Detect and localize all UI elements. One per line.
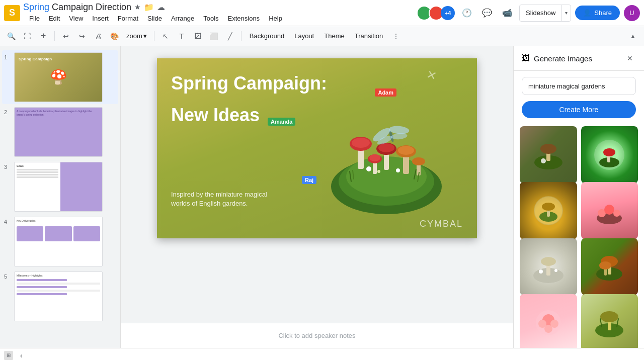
- menu-file[interactable]: File: [25, 13, 44, 24]
- avatar-group: +4: [417, 6, 455, 21]
- slide-description: Inspired by the miniature magicalworlds …: [171, 190, 267, 208]
- generated-image-4[interactable]: [581, 182, 638, 239]
- menu-arrange[interactable]: Arrange: [167, 13, 198, 24]
- undo-button[interactable]: ↩: [59, 29, 73, 43]
- svg-point-14: [398, 146, 414, 155]
- menu-insert[interactable]: Insert: [88, 13, 113, 24]
- doc-title: Spring Campaign Direction: [23, 2, 131, 13]
- top-right-actions: +4 🕐 💬 📹 Slideshow ▾ 👤 Share U: [417, 5, 640, 22]
- more-options-button[interactable]: ⋮: [389, 29, 403, 43]
- slide-thumb-4[interactable]: 4 Key Deliverables: [2, 215, 118, 268]
- svg-point-22: [366, 166, 371, 171]
- canvas-area: Spring Campaign: New Ideas Inspired by t…: [121, 46, 513, 348]
- slide-thumb-1[interactable]: 1 🍄 Spring Campaign: [2, 50, 118, 104]
- collab-tag-adam: Adam: [375, 88, 396, 97]
- separator-1: [54, 31, 55, 41]
- layout-button[interactable]: Layout: [290, 30, 318, 42]
- cloud-icon[interactable]: ☁: [157, 3, 165, 12]
- slide-preview-1: 🍄 Spring Campaign: [14, 52, 103, 102]
- fit-button[interactable]: ⛶: [20, 29, 34, 43]
- menu-view[interactable]: View: [65, 13, 87, 24]
- video-button[interactable]: 📹: [499, 5, 515, 21]
- doc-title-area: Spring Campaign Direction ★ 📁 ☁ File Edi…: [23, 2, 286, 24]
- slide-preview-2: A campaign full of lush, botanical, illu…: [14, 107, 103, 157]
- slide-thumb-2[interactable]: 2 A campaign full of lush, botanical, il…: [2, 105, 118, 159]
- print-button[interactable]: 🖨: [91, 29, 105, 43]
- slide-preview-4: Key Deliverables: [14, 217, 103, 266]
- speaker-notes[interactable]: Click to add speaker notes: [121, 323, 513, 348]
- generated-image-7[interactable]: [520, 294, 577, 348]
- svg-point-8: [369, 154, 380, 161]
- svg-point-24: [377, 170, 380, 173]
- line-tool[interactable]: ╱: [223, 29, 237, 43]
- images-grid: [514, 124, 644, 348]
- menu-help[interactable]: Help: [265, 13, 286, 24]
- adam-label: Adam: [378, 89, 393, 96]
- generated-image-2[interactable]: [581, 126, 638, 184]
- zoom-percent: zoom: [126, 32, 142, 40]
- collapse-toolbar-button[interactable]: ▲: [626, 29, 640, 43]
- background-button[interactable]: Background: [246, 30, 288, 42]
- generated-image-1[interactable]: [520, 126, 577, 184]
- slide-thumb-5[interactable]: 5 Milestones + Highlights: [2, 269, 118, 323]
- image-tool[interactable]: 🖼: [191, 29, 205, 43]
- transition-button[interactable]: Transition: [351, 30, 387, 42]
- user-avatar[interactable]: U: [624, 5, 640, 21]
- slide-preview-3: Goals: [14, 162, 103, 212]
- app-logo[interactable]: S: [4, 5, 20, 21]
- collab-tag-amanda: Amanda: [268, 118, 295, 126]
- bottom-bar: ⊞ ‹: [0, 348, 644, 362]
- history-button[interactable]: 🕐: [459, 5, 475, 21]
- slideshow-button[interactable]: Slideshow ▾: [519, 5, 571, 22]
- redo-button[interactable]: ↪: [75, 29, 89, 43]
- svg-point-16: [412, 157, 425, 165]
- right-panel: 🖼 Generate Images ✕ Create More: [513, 46, 644, 348]
- menu-slide[interactable]: Slide: [143, 13, 166, 24]
- avatar-count[interactable]: +4: [441, 6, 455, 20]
- slide-preview-5: Milestones + Highlights: [14, 272, 103, 321]
- menu-extensions[interactable]: Extensions: [224, 13, 264, 24]
- slide-num-2: 2: [4, 109, 11, 115]
- menu-format[interactable]: Format: [114, 13, 142, 24]
- top-bar: S Spring Campaign Direction ★ 📁 ☁ File E…: [0, 0, 644, 26]
- share-label: Share: [594, 9, 612, 17]
- create-more-button[interactable]: Create More: [522, 101, 636, 118]
- share-button[interactable]: 👤 Share: [575, 6, 620, 20]
- paint-button[interactable]: 🎨: [107, 29, 121, 43]
- canvas-scroll: Spring Campaign: New Ideas Inspired by t…: [121, 46, 513, 323]
- generate-search-input[interactable]: [528, 82, 629, 90]
- slide-canvas[interactable]: Spring Campaign: New Ideas Inspired by t…: [157, 58, 477, 238]
- close-panel-button[interactable]: ✕: [624, 52, 636, 64]
- text-tool[interactable]: T: [175, 29, 189, 43]
- right-panel-header: 🖼 Generate Images ✕: [514, 46, 644, 71]
- folder-icon[interactable]: 📁: [144, 3, 154, 12]
- slideshow-label[interactable]: Slideshow: [520, 5, 562, 21]
- search-button[interactable]: 🔍: [4, 29, 18, 43]
- raj-label: Raj: [305, 177, 313, 183]
- shape-tool[interactable]: ⬜: [207, 29, 221, 43]
- prev-page-button[interactable]: ‹: [17, 350, 26, 360]
- star-icon[interactable]: ★: [134, 3, 141, 11]
- zoom-in-button[interactable]: +: [36, 29, 50, 43]
- select-tool[interactable]: ↖: [158, 29, 173, 43]
- generated-image-3[interactable]: [520, 182, 577, 239]
- menu-edit[interactable]: Edit: [45, 13, 64, 24]
- slide-num-4: 4: [4, 219, 11, 225]
- search-input-container[interactable]: [522, 77, 636, 95]
- slide-thumb-3[interactable]: 3 Goals: [2, 160, 118, 214]
- slideshow-arrow[interactable]: ▾: [562, 5, 571, 21]
- slide-indicator[interactable]: ⊞: [4, 351, 13, 360]
- slide2-preview-text: A campaign full of lush, botanical, illu…: [17, 110, 100, 117]
- generated-image-8[interactable]: [581, 294, 638, 348]
- zoom-selector[interactable]: zoom ▾: [123, 31, 150, 41]
- svg-point-5: [352, 138, 370, 148]
- comments-button[interactable]: 💬: [479, 5, 495, 21]
- theme-button[interactable]: Theme: [320, 30, 348, 42]
- separator-3: [241, 31, 242, 41]
- generated-image-6[interactable]: [581, 238, 638, 296]
- generated-image-5[interactable]: [520, 238, 577, 296]
- amanda-label: Amanda: [271, 119, 292, 125]
- separator-2: [154, 31, 154, 41]
- menu-tools[interactable]: Tools: [199, 13, 222, 24]
- slide-title: Spring Campaign:: [171, 72, 327, 94]
